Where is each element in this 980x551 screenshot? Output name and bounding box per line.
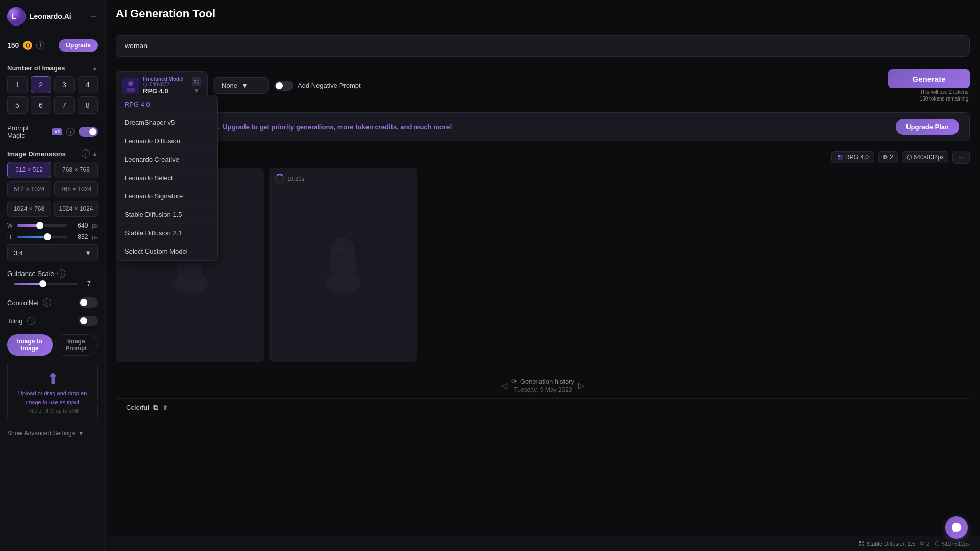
model-icon-btn[interactable]	[192, 77, 201, 86]
upload-link[interactable]: Upload or drag and drop	[18, 390, 79, 396]
dim-1024x768[interactable]: 1024 × 768	[7, 201, 51, 217]
bottom-model-name: Stable Diffusion 1.5	[867, 541, 915, 547]
gen-count-value: 2	[890, 154, 893, 161]
chat-bubble-button[interactable]	[945, 516, 968, 539]
gen-more-button[interactable]: ···	[952, 151, 970, 164]
upgrade-button[interactable]: Upgrade	[59, 39, 98, 52]
loading-indicator: 10.30s	[275, 174, 304, 183]
token-info-icon[interactable]: i	[36, 41, 44, 49]
gen-history-prev-icon[interactable]: ◁	[501, 381, 507, 390]
colorful-row: Colorful ⧉ ⬆	[116, 398, 970, 416]
filter-dropdown-arrow: ▼	[241, 82, 248, 89]
prompt-magic-toggle[interactable]	[79, 127, 98, 137]
ratio-select[interactable]: 3:4 ▼	[7, 244, 98, 261]
negative-prompt-toggle[interactable]	[274, 81, 293, 91]
dropdown-item-custom[interactable]: Select Custom Model	[116, 242, 217, 260]
generation-toolbar: RPG 4.0 ⧉ 2 ⬡ 640×832px ···	[116, 146, 970, 168]
controlnet-info-icon[interactable]: i	[43, 298, 51, 307]
image-dimensions-collapse-button[interactable]: ▲	[92, 150, 98, 157]
num-images-4[interactable]: 4	[78, 76, 98, 93]
image-card-2: 10.30s	[269, 168, 417, 362]
gen-resolution-icon: ⬡	[906, 154, 912, 161]
image-dimensions-section: 512 × 512 768 × 768 512 × 1024 768 × 102…	[0, 162, 105, 265]
upload-area[interactable]: ⬆ Upload or drag and drop an image to us…	[7, 362, 98, 422]
model-name: RPG 4.0	[143, 87, 188, 95]
advanced-settings-button[interactable]: Show Advanced Settings ▼	[0, 424, 105, 442]
dropdown-item-dreamshaper[interactable]: DreamShaper v5	[116, 114, 217, 132]
svg-rect-11	[838, 158, 840, 160]
tab-image-to-image[interactable]: Image to Image	[7, 334, 53, 356]
dropdown-item-lsig[interactable]: Leonardo Signature	[116, 187, 217, 206]
dim-512x1024[interactable]: 512 × 1024	[7, 181, 51, 197]
sidebar-collapse-button[interactable]: ←	[90, 12, 98, 21]
dim-768x1024[interactable]: 768 × 1024	[54, 181, 98, 197]
tab-image-prompt[interactable]: Image Prompt	[55, 334, 98, 356]
advanced-settings-chevron: ▼	[78, 430, 84, 437]
num-images-grid: 1 2 3 4 5 6 7 8	[0, 76, 105, 120]
image-dimensions-label: Image Dimensions	[7, 150, 66, 158]
colorful-label: Colorful	[126, 404, 149, 411]
dropdown-item-sd21[interactable]: Stable Diffusion 2.1	[116, 224, 217, 242]
top-bar: AI Generation Tool	[106, 0, 980, 28]
num-images-3[interactable]: 3	[54, 76, 75, 93]
guidance-scale-label: Guidance Scale	[7, 270, 54, 278]
colorful-upload-icon[interactable]: ⬆	[162, 404, 168, 412]
height-unit: px	[92, 234, 98, 240]
controlnet-toggle[interactable]	[79, 297, 98, 308]
dim-512x512[interactable]: 512 × 512	[7, 162, 51, 178]
gen-count-chip: ⧉ 2	[878, 151, 898, 163]
model-resolution: ⬡ 640×832	[143, 82, 169, 87]
generate-button[interactable]: Generate	[888, 69, 970, 88]
guidance-slider-track	[14, 283, 78, 285]
dim-1024x1024[interactable]: 1024 × 1024	[54, 201, 98, 217]
loading-time: 10.30s	[287, 176, 304, 182]
tiling-toggle[interactable]	[79, 316, 98, 326]
image-dimensions-section-header: Image Dimensions i ▲	[0, 143, 105, 162]
sidebar: L Leonardo.Ai ← 150 ⬡ i Upgrade Number o…	[0, 0, 106, 551]
logo-text: Leonardo.Ai	[30, 12, 71, 20]
width-slider-row: W 640 px	[7, 222, 98, 229]
colorful-copy-icon[interactable]: ⧉	[153, 403, 158, 412]
num-images-collapse-button[interactable]: ▲	[92, 65, 98, 72]
bottom-resolution-chip: ⬡ 512×512px	[935, 540, 970, 547]
negative-prompt-toggle-row: Add Negative Prompt	[274, 81, 361, 91]
width-slider-thumb[interactable]	[36, 222, 43, 229]
num-images-6[interactable]: 6	[31, 96, 51, 114]
filter-select[interactable]: None ▼	[213, 77, 269, 94]
image-dimensions-info-icon[interactable]: i	[82, 149, 90, 158]
height-slider-fill	[17, 236, 47, 238]
num-images-7[interactable]: 7	[54, 96, 75, 114]
num-images-1[interactable]: 1	[7, 76, 28, 93]
dropdown-item-sd15[interactable]: Stable Diffusion 1.5	[116, 206, 217, 224]
svg-rect-26	[862, 541, 864, 543]
tiling-info-icon[interactable]: i	[27, 317, 35, 325]
num-images-8[interactable]: 8	[78, 96, 98, 114]
chat-icon	[951, 522, 962, 533]
toolbar-row: Finetuned Model ⬡ 640×832 RPG 4.0 ▼ RPG …	[106, 64, 980, 107]
guidance-slider-row: 7	[7, 278, 98, 289]
upgrade-plan-button[interactable]: Upgrade Plan	[896, 119, 959, 135]
num-images-2[interactable]: 2	[31, 76, 51, 93]
width-label: W	[7, 222, 13, 229]
height-slider-row: H 832 px	[7, 233, 98, 240]
num-images-label: Number of Images	[7, 64, 65, 72]
dropdown-item-rpg4[interactable]: RPG 4.0	[116, 95, 217, 114]
prompt-magic-info-icon[interactable]: i	[66, 128, 75, 136]
guidance-slider-fill	[14, 283, 43, 285]
bottom-count-chip: ⧉ 2	[920, 540, 929, 547]
gen-history-next-icon[interactable]: ▷	[578, 381, 584, 390]
prompt-area	[106, 28, 980, 64]
dropdown-item-lc[interactable]: Leonardo Creative	[116, 151, 217, 169]
guidance-scale-info-icon[interactable]: i	[57, 269, 65, 278]
controlnet-label: ControlNet	[7, 299, 39, 307]
svg-rect-12	[840, 158, 842, 160]
dropdown-item-ld[interactable]: Leonardo Diffusion	[116, 132, 217, 151]
guidance-slider-thumb[interactable]	[39, 280, 46, 287]
svg-rect-8	[197, 82, 199, 83]
dim-768x768[interactable]: 768 × 768	[54, 162, 98, 178]
width-value: 640	[71, 222, 88, 229]
height-slider-thumb[interactable]	[44, 233, 51, 240]
prompt-input[interactable]	[116, 35, 970, 57]
num-images-5[interactable]: 5	[7, 96, 28, 114]
dropdown-item-ls[interactable]: Leonardo Select	[116, 169, 217, 187]
